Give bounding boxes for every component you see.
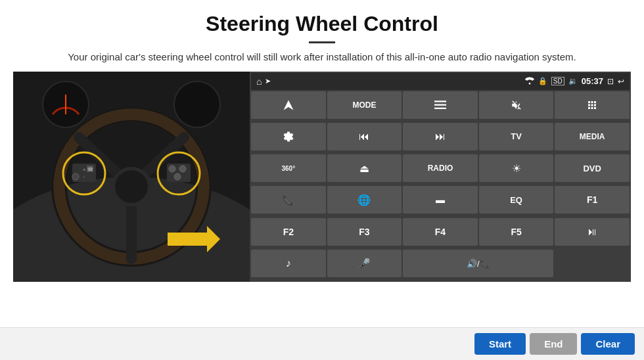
svg-point-24 [174,81,220,127]
eq-btn[interactable]: EQ [479,186,554,214]
svg-text:+: + [83,167,86,173]
arrow-icon: ➤ [265,77,271,85]
dvd-btn[interactable]: DVD [555,154,630,182]
screen-icon: ⊡ [607,77,614,86]
back-icon: ↩ [618,77,624,86]
music-btn[interactable]: ♪ [251,250,326,277]
mode-btn[interactable]: MODE [327,91,402,119]
clear-button[interactable]: Clear [581,333,635,355]
end-button[interactable]: End [530,333,577,355]
svg-point-22 [174,173,181,180]
start-button[interactable]: Start [474,333,526,355]
svg-point-20 [169,166,175,172]
eject-btn[interactable]: ⏏ [327,154,402,182]
mic-btn[interactable]: 🎤 [327,250,402,277]
navigate-btn[interactable] [251,91,326,119]
page-header: Steering Wheel Control Your original car… [0,0,644,72]
360-btn[interactable]: 360° [251,154,326,182]
title-divider [309,41,335,43]
apps-btn[interactable] [555,91,630,119]
bottom-buttons-area: Start End Clear [0,327,644,360]
sd-icon: SD [551,77,564,85]
settings-btn[interactable] [251,123,326,150]
svg-rect-28 [434,104,446,105]
vol-toggle-btn[interactable]: 🔊/📞 [403,250,553,277]
svg-rect-27 [434,101,446,102]
svg-text:-: - [83,173,85,179]
brightness-btn[interactable]: ☀ [479,154,554,182]
page-subtitle: Your original car's steering wheel contr… [26,50,618,65]
lock-icon: 🔒 [538,77,547,85]
nav2-btn[interactable]: 🌐 [327,186,402,214]
next-btn[interactable]: ⏭ [403,123,478,150]
prev-btn[interactable]: ⏮ [327,123,402,150]
usb-btn[interactable]: ▬ [403,186,478,214]
list-btn[interactable] [403,91,478,119]
status-bar: ⌂ ➤ 🔒 SD 🔉 05:37 ⊡ ↩ [251,73,630,90]
tv-btn[interactable]: TV [479,123,554,150]
svg-text:☎: ☎ [87,167,93,171]
bt-icon: 🔉 [568,77,578,85]
f4-btn[interactable]: F4 [403,218,478,246]
svg-point-16 [72,173,79,180]
f1-btn[interactable]: F1 [555,186,630,214]
f2-btn[interactable]: F2 [251,218,326,246]
svg-point-21 [179,166,186,172]
mute-btn[interactable] [479,91,554,119]
steering-wheel-image: + - ☎ [13,72,250,282]
home-icon[interactable]: ⌂ [256,76,262,87]
svg-rect-29 [434,107,446,108]
control-panel: ⌂ ➤ 🔒 SD 🔉 05:37 ⊡ ↩ MODE [250,72,631,282]
media-btn[interactable]: MEDIA [555,123,630,150]
phone-btn[interactable]: 📞 [251,186,326,214]
f3-btn[interactable]: F3 [327,218,402,246]
wifi-icon [525,77,534,86]
radio-btn[interactable]: RADIO [403,154,478,182]
page-title: Steering Wheel Control [26,12,618,36]
play-pause-btn[interactable]: ⏯ [555,218,630,246]
f5-btn[interactable]: F5 [479,218,554,246]
svg-point-10 [115,170,148,203]
time-display: 05:37 [582,76,603,86]
